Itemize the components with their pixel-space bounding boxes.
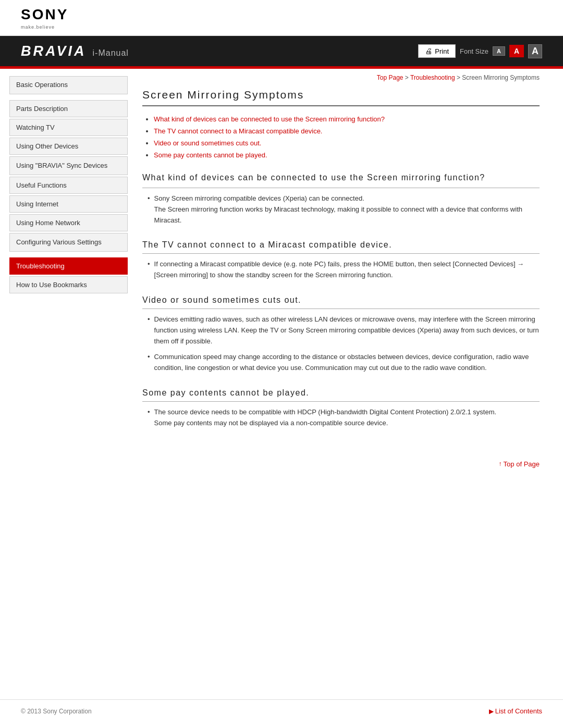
toc-item-3: Video or sound sometimes cuts out.: [154, 139, 540, 147]
print-icon: 🖨: [425, 47, 432, 55]
main-layout: Basic Operations Parts Description Watch…: [0, 69, 563, 694]
section2-bullet-1-text: If connecting a Miracast compatible devi…: [154, 259, 540, 281]
sidebar-spacer-2: [9, 253, 128, 257]
sidebar-item-basic-operations[interactable]: Basic Operations: [9, 76, 128, 94]
breadcrumb-separator-1: >: [405, 74, 410, 81]
breadcrumb: Top Page > Troubleshooting > Screen Mirr…: [142, 74, 540, 81]
section3-bullet-1: • Devices emitting radio waves, such as …: [148, 314, 540, 347]
header: SONY make.believe: [0, 0, 563, 36]
section3-title: Video or sound sometimes cuts out.: [142, 295, 540, 309]
sidebar-spacer-1: [9, 96, 128, 100]
sidebar-item-using-other-devices[interactable]: Using Other Devices: [9, 138, 128, 155]
toc-item-1: What kind of devices can be connected to…: [154, 115, 540, 123]
bullet-dot-3: •: [148, 314, 150, 325]
font-large-button[interactable]: A: [528, 44, 542, 58]
section3-bullet-1-text: Devices emitting radio waves, such as ot…: [154, 314, 540, 347]
list-of-contents-label: List of Contents: [495, 707, 542, 715]
section1-bullet-1-text: Sony Screen mirroring compatible devices…: [154, 193, 540, 226]
sidebar-item-parts-description[interactable]: Parts Description: [9, 100, 128, 117]
section3-bullet-2-text: Communication speed may change according…: [154, 352, 540, 374]
page-number: 188: [0, 722, 563, 728]
imanual-text: i-Manual: [93, 48, 129, 58]
section4-bullet-1-detail: Some pay contents may not be displayed v…: [154, 419, 388, 427]
banner-right: 🖨 Print Font Size A A A: [418, 44, 542, 58]
section2-bullet-1: • If connecting a Miracast compatible de…: [148, 259, 540, 281]
toc-link-3[interactable]: Video or sound sometimes cuts out.: [154, 139, 261, 147]
section1-bullet-1: • Sony Screen mirroring compatible devic…: [148, 193, 540, 226]
breadcrumb-separator-2: >: [457, 74, 462, 81]
page-footer: © 2013 Sony Corporation ▶ List of Conten…: [0, 699, 563, 722]
bullet-dot-4: •: [148, 352, 150, 363]
section4-bullet-1-container: The source device needs to be compatible…: [154, 407, 497, 429]
right-arrow-icon: ▶: [489, 708, 494, 715]
print-label: Print: [435, 47, 449, 55]
bravia-logo: BRAVIA: [21, 43, 87, 59]
list-of-contents-link[interactable]: ▶ List of Contents: [489, 707, 542, 715]
banner-left: BRAVIA i-Manual: [21, 43, 129, 59]
sidebar-item-watching-tv[interactable]: Watching TV: [9, 119, 128, 136]
toc-link-1[interactable]: What kind of devices can be connected to…: [154, 115, 385, 123]
sidebar-item-troubleshooting[interactable]: Troubleshooting: [9, 257, 128, 275]
toc-item-2: The TV cannot connect to a Miracast comp…: [154, 127, 540, 135]
sidebar-item-bookmarks[interactable]: How to Use Bookmarks: [9, 276, 128, 293]
top-of-page-link[interactable]: ↑ Top of Page: [499, 460, 540, 468]
content-area: Top Page > Troubleshooting > Screen Mirr…: [128, 69, 563, 694]
section4-bullet-1-text: The source device needs to be compatible…: [154, 408, 497, 416]
breadcrumb-top-page[interactable]: Top Page: [377, 74, 403, 81]
toc-list: What kind of devices can be connected to…: [154, 115, 540, 159]
print-button[interactable]: 🖨 Print: [418, 44, 456, 58]
section2-title: The TV cannot connect to a Miracast comp…: [142, 240, 540, 254]
font-medium-button[interactable]: A: [509, 45, 524, 57]
top-of-page-label: Top of Page: [504, 460, 540, 468]
font-small-button[interactable]: A: [493, 46, 505, 56]
bullet-dot-2: •: [148, 259, 150, 270]
toc-link-2[interactable]: The TV cannot connect to a Miracast comp…: [154, 127, 322, 135]
section4-bullet-1: • The source device needs to be compatib…: [148, 407, 540, 429]
copyright: © 2013 Sony Corporation: [21, 708, 92, 715]
section4-title: Some pay contents cannot be played.: [142, 388, 540, 402]
toc-link-4[interactable]: Some pay contents cannot be played.: [154, 151, 267, 159]
section3-bullet-2: • Communication speed may change accordi…: [148, 352, 540, 374]
sidebar: Basic Operations Parts Description Watch…: [0, 69, 128, 694]
sony-tagline: make.believe: [21, 24, 55, 30]
sony-logo: SONY make.believe: [21, 7, 542, 30]
sidebar-item-configuring-settings[interactable]: Configuring Various Settings: [9, 233, 128, 252]
toc-item-4: Some pay contents cannot be played.: [154, 151, 540, 159]
sidebar-item-using-internet[interactable]: Using Internet: [9, 195, 128, 213]
sidebar-item-useful-functions[interactable]: Useful Functions: [9, 177, 128, 194]
section1-title: What kind of devices can be connected to…: [142, 171, 540, 188]
sidebar-item-home-network[interactable]: Using Home Network: [9, 214, 128, 231]
section1-bullet-1-detail: The Screen mirroring function works by M…: [154, 205, 522, 224]
up-arrow-icon: ↑: [499, 460, 502, 467]
breadcrumb-troubleshooting[interactable]: Troubleshooting: [410, 74, 455, 81]
footer-nav: ↑ Top of Page: [142, 455, 540, 468]
sidebar-item-bravia-sync[interactable]: Using "BRAVIA" Sync Devices: [9, 156, 128, 175]
font-size-label: Font Size: [460, 47, 488, 55]
bullet-dot: •: [148, 193, 150, 204]
bullet-dot-5: •: [148, 407, 150, 418]
banner: BRAVIA i-Manual 🖨 Print Font Size A A A: [0, 36, 563, 66]
breadcrumb-current: Screen Mirroring Symptoms: [462, 74, 540, 81]
sony-brand: SONY: [21, 7, 542, 22]
page-title: Screen Mirroring Symptoms: [142, 89, 540, 106]
